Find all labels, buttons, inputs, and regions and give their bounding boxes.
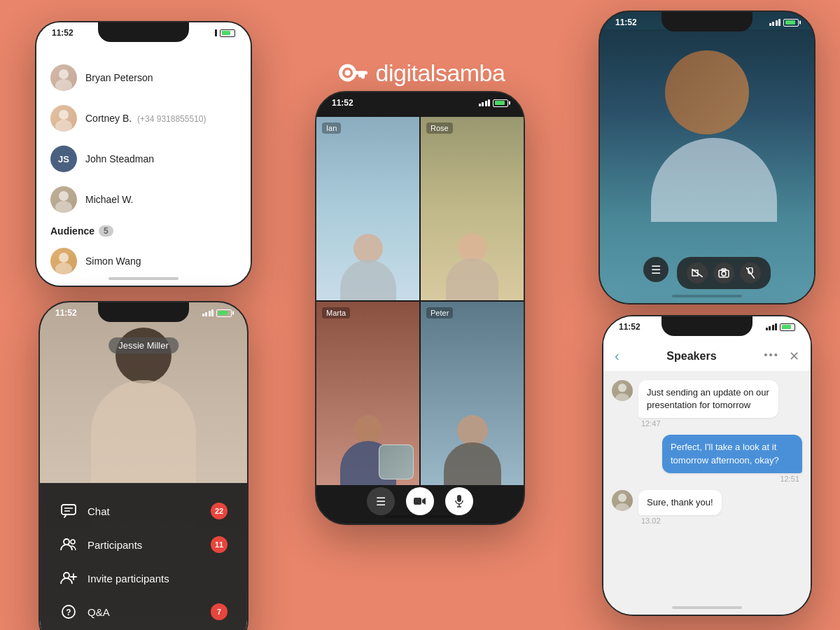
- svg-point-23: [71, 540, 75, 544]
- status-bar: 11:52: [316, 98, 524, 108]
- message-content: Just sending an update on our presentati…: [638, 380, 778, 428]
- participants-list: Bryan Peterson Cortney B. (+34 931885551…: [36, 50, 251, 286]
- participant-info: Cortney B. (+34 9318855510): [85, 113, 206, 124]
- status-icons: [769, 19, 799, 27]
- chat-header: ‹ Speakers ••• ✕: [603, 341, 811, 372]
- avatar: [50, 248, 77, 274]
- menu-item-participants[interactable]: Participants 11: [54, 528, 233, 561]
- chat-messages: Just sending an update on our presentati…: [603, 372, 811, 533]
- camera-off-button[interactable]: [687, 262, 708, 284]
- screenshot-button[interactable]: [713, 262, 734, 284]
- video-cell-peter: Peter: [421, 302, 524, 485]
- video-button[interactable]: [406, 487, 434, 515]
- message-bubble-sent: Perfect, I'll take a look at it tomorrow…: [662, 435, 802, 472]
- video-cell-rose: Rose: [421, 117, 524, 300]
- message-time: 13.02: [638, 517, 722, 525]
- svg-point-37: [618, 493, 626, 502]
- status-time: 11:52: [332, 98, 354, 108]
- menu-button[interactable]: ☰: [367, 487, 395, 515]
- participant-name-tag: Ian: [322, 122, 341, 134]
- status-bar: 11:52: [36, 28, 251, 38]
- phone-video-grid: 11:52 Ian: [315, 91, 525, 525]
- invite-icon: [59, 569, 78, 587]
- status-time: 11:52: [55, 308, 77, 318]
- mic-button[interactable]: [445, 487, 473, 515]
- brand-logo: digitalsamba: [335, 56, 505, 90]
- menu-label: Participants: [88, 539, 142, 551]
- audience-header: Audience 5: [36, 220, 251, 241]
- svg-point-1: [345, 70, 351, 76]
- status-icons: [479, 99, 509, 107]
- video-cell-ian: Ian: [316, 117, 419, 300]
- back-button[interactable]: ‹: [615, 348, 620, 364]
- signal-icon: [766, 323, 778, 330]
- qa-icon: ?: [59, 603, 78, 621]
- participant-name: John Steadman: [85, 153, 154, 164]
- caller-name: Jessie Miller: [108, 337, 178, 354]
- avatar: [50, 64, 77, 91]
- brand-name: digitalsamba: [376, 59, 505, 87]
- message-sent: Perfect, I'll take a look at it tomorrow…: [612, 435, 802, 482]
- menu-item-qa[interactable]: ? Q&A 7: [54, 595, 233, 629]
- message-time: 12:51: [777, 475, 802, 483]
- participants-icon: [59, 536, 78, 554]
- logo-icon: [335, 56, 369, 90]
- home-indicator: [672, 606, 742, 609]
- svg-point-10: [55, 201, 72, 213]
- menu-label: Chat: [88, 505, 110, 517]
- signal-icon: [202, 309, 214, 316]
- signal-icon: [206, 29, 218, 36]
- list-item: JS John Steadman: [36, 139, 251, 179]
- svg-point-12: [55, 262, 72, 274]
- participant-name: Michael W.: [85, 194, 133, 205]
- menu-label: Invite participants: [88, 573, 169, 584]
- message-content: Sure, thank you! 13.02: [638, 490, 722, 525]
- status-time: 11:52: [619, 322, 640, 332]
- call-menu: Chat 22 Participants 11: [40, 483, 247, 630]
- battery-icon: [493, 99, 508, 107]
- svg-point-8: [55, 120, 72, 132]
- status-time: 11:52: [615, 18, 637, 27]
- participant-name-tag: Rose: [426, 122, 453, 134]
- svg-rect-16: [457, 495, 461, 502]
- battery-icon: [220, 29, 235, 37]
- phone-chat: 11:52 ‹ Speakers ••• ✕: [602, 315, 812, 616]
- close-button[interactable]: ✕: [789, 349, 799, 364]
- chat-icon: [59, 502, 78, 520]
- menu-button[interactable]: ☰: [643, 257, 668, 282]
- qa-badge: 7: [211, 603, 227, 620]
- video-cell-marta: Marta: [316, 302, 419, 485]
- home-indicator: [672, 295, 742, 298]
- more-button[interactable]: •••: [764, 349, 779, 364]
- avatar: [50, 186, 77, 213]
- menu-item-invite[interactable]: Invite participants: [54, 561, 233, 595]
- avatar: [50, 105, 77, 132]
- participants-badge: 11: [211, 536, 227, 553]
- battery-icon: [783, 19, 799, 27]
- message-received-1: Just sending an update on our presentati…: [612, 380, 802, 428]
- list-item: Cortney B. (+34 9318855510): [36, 98, 251, 139]
- menu-item-chat[interactable]: Chat 22: [54, 494, 233, 528]
- video-grid: Ian Rose Marta: [316, 117, 524, 485]
- svg-line-34: [746, 267, 755, 279]
- status-time: 11:52: [52, 28, 74, 38]
- signal-icon: [479, 99, 491, 106]
- message-time: 12:47: [638, 419, 778, 428]
- avatar: [612, 490, 633, 511]
- mic-off-button[interactable]: [740, 262, 761, 284]
- chat-badge: 22: [211, 503, 227, 519]
- chat-title: Speakers: [620, 350, 764, 363]
- list-item: Michael W.: [36, 179, 251, 220]
- participant-name: Bryan Peterson: [85, 72, 153, 83]
- phone-call: 11:52 Jessie Miller: [38, 301, 248, 630]
- menu-label: Q&A: [88, 606, 110, 618]
- svg-point-35: [618, 384, 626, 392]
- svg-rect-19: [62, 505, 76, 514]
- svg-point-6: [55, 79, 72, 91]
- phone-large-video: 11:52 ☰: [598, 10, 816, 304]
- status-bar: 11:52: [603, 322, 811, 332]
- signal-icon: [769, 19, 781, 26]
- status-bar: 11:52: [600, 18, 814, 27]
- list-item: Corey R.: [36, 281, 251, 286]
- svg-point-7: [59, 110, 69, 120]
